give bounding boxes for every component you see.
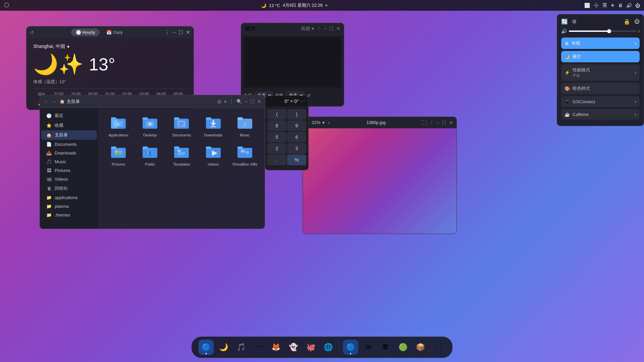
sidebar-item-trash[interactable]: 🗑 回收站	[41, 184, 97, 193]
fm-back-btn[interactable]: ‹	[43, 98, 49, 105]
sidebar-item-applications[interactable]: 📁 applications	[41, 193, 97, 202]
calc-btn-percent[interactable]: %	[287, 155, 306, 165]
tab-daily[interactable]: 📅 Daily	[102, 28, 127, 36]
iv-close-btn[interactable]: ✕	[449, 120, 453, 125]
fm-maximize-btn[interactable]: ☐	[250, 99, 255, 104]
fm-view-btn[interactable]: ⊞	[217, 99, 221, 104]
add-icon[interactable]: ➕	[593, 3, 599, 8]
folder-applications[interactable]: ≡ Applications	[104, 113, 133, 140]
taskbar-sleep-btn[interactable]: 🌙	[216, 340, 231, 355]
monitor-icon[interactable]: 🖥	[618, 3, 623, 8]
sidebar-item-recent[interactable]: 🕐 最近	[41, 111, 97, 120]
calc-btn-dot[interactable]: .	[267, 155, 286, 165]
sidebar-item-pictures[interactable]: 🖼 Pictures	[41, 166, 97, 175]
theme-icon[interactable]: ☀	[610, 3, 615, 8]
qs-nightlight-btn[interactable]: 🌙 夜灯	[561, 51, 640, 62]
da-more-btn[interactable]: ⋮	[317, 26, 321, 32]
calc-btn-8[interactable]: 8	[267, 120, 286, 131]
iv-zoom-dropdown-icon[interactable]: ▾	[322, 120, 325, 125]
caffeine-expand-arrow[interactable]: ›	[635, 112, 636, 117]
folder-templates[interactable]: Templates	[167, 142, 196, 169]
weather-refresh-btn[interactable]: ↺	[30, 30, 34, 35]
fm-close-btn[interactable]: ✕	[257, 99, 261, 104]
qs-gsconnect-btn[interactable]: 📱 GSConnect ›	[561, 96, 640, 107]
folder-videos[interactable]: Videos	[199, 142, 228, 169]
taskbar-firefox-btn[interactable]: 🦊	[268, 340, 284, 355]
folder-documents[interactable]: Documents	[167, 113, 196, 140]
weather-maximize-btn[interactable]: ☐	[178, 29, 183, 36]
taskbar-inkscape-btn[interactable]: 👻	[286, 340, 301, 355]
taskbar-app-grid-btn[interactable]: ⋮⋮	[430, 340, 446, 355]
lang-indicator[interactable]: 英	[602, 2, 607, 8]
drawing-canvas[interactable]	[244, 37, 341, 87]
fm-forward-btn[interactable]: ›	[52, 98, 57, 105]
qs-volume-expand-btn[interactable]: ›	[638, 28, 640, 34]
calc-btn-5[interactable]: 5	[267, 132, 286, 142]
iv-fullscreen-btn[interactable]: ⛶	[422, 120, 427, 125]
calc-btn-9[interactable]: 9	[287, 120, 306, 131]
taskbar-wave-btn[interactable]: 〰	[251, 340, 266, 355]
sidebar-item-bookmarks[interactable]: ⭐ 收藏	[41, 121, 97, 130]
qs-caffeine-btn[interactable]: ☕ Caffeine ›	[561, 109, 640, 120]
folder-desktop[interactable]: Desktop	[136, 113, 164, 140]
qs-lock-icon[interactable]: 🔒	[624, 18, 630, 25]
calc-btn-open-paren[interactable]: (	[267, 109, 286, 120]
wired-expand-arrow[interactable]: ›	[635, 41, 636, 46]
weather-location[interactable]: Shanghai, 中国 ▾	[33, 44, 187, 50]
power-icon[interactable]: ⏻	[635, 3, 640, 8]
folder-music[interactable]: ♪ Music	[230, 113, 259, 140]
fm-search-btn[interactable]: 🔍	[236, 99, 242, 104]
sidebar-item-plasma[interactable]: 📁 plasma	[41, 202, 97, 210]
fm-view-arrow-btn[interactable]: ▾	[224, 99, 226, 104]
sidebar-item-downloads[interactable]: 📥 Downloads	[41, 149, 97, 157]
folder-virtualbox[interactable]: VirtualBox VMs	[230, 142, 259, 169]
qs-wired-btn[interactable]: 🖥 有线 ›	[561, 38, 640, 49]
folder-downloads[interactable]: Downloads	[199, 113, 228, 140]
iv-maximize-btn[interactable]: ☐	[442, 120, 446, 125]
taskbar-mail-btn[interactable]: ✉	[361, 340, 376, 355]
weather-close-btn[interactable]: ✕	[186, 29, 190, 36]
sidebar-item-videos[interactable]: 📹 Videos	[41, 175, 97, 183]
da-menu-btn[interactable]: 高级 ▾	[301, 26, 314, 32]
qs-volume-icon[interactable]: 🔊	[561, 28, 567, 34]
qs-volume-slider[interactable]	[569, 31, 636, 32]
sidebar-item-music[interactable]: 🎵 Music	[41, 158, 97, 166]
iv-menu-btn[interactable]: ⋮	[429, 120, 434, 125]
sidebar-item-documents[interactable]: 📄 Documents	[41, 140, 97, 148]
da-maximize-btn[interactable]: ☐	[329, 26, 334, 32]
taskbar-audio-btn[interactable]: 🎵	[233, 340, 249, 355]
taskbar-files-btn[interactable]: 🔵	[199, 340, 214, 355]
sidebar-item-themes[interactable]: 📁 .themes	[41, 211, 97, 219]
taskbar-tools-btn[interactable]: 🛠	[378, 340, 393, 355]
iv-zoom-in-btn[interactable]: +	[327, 120, 330, 125]
taskbar-edge-btn[interactable]: 🌐	[321, 340, 336, 355]
performance-expand-arrow[interactable]: ›	[635, 70, 636, 75]
calc-btn-2[interactable]: 2	[267, 143, 286, 154]
taskbar-discover-btn[interactable]: 📦	[413, 340, 428, 355]
taskbar-nemo-btn[interactable]: 🔵	[343, 340, 359, 355]
taskbar-spotify-btn[interactable]: 🟢	[395, 340, 411, 355]
calc-more-btn[interactable]: ⋯	[300, 99, 305, 104]
qs-darkmode-btn[interactable]: 🎨 暗色样式	[561, 83, 640, 94]
qs-refresh-icon[interactable]: 🔄	[561, 18, 568, 25]
window-icon[interactable]: ⬜	[584, 3, 590, 8]
folder-public[interactable]: 👤 Public	[136, 142, 164, 169]
calc-btn-3[interactable]: 3	[287, 143, 306, 154]
folder-pictures[interactable]: Pictures	[104, 142, 133, 169]
qs-power-icon[interactable]: ⏻	[634, 18, 640, 25]
sidebar-item-home[interactable]: 🏠 主目录	[41, 130, 97, 140]
da-close-btn[interactable]: ✕	[336, 26, 340, 32]
qs-performance-btn[interactable]: ⚡ 性能模式 平衡 ›	[561, 64, 640, 81]
fm-minimize-btn[interactable]: −	[245, 99, 248, 104]
taskbar-github-btn[interactable]: 🐙	[303, 340, 319, 355]
tab-hourly[interactable]: 🕐 Hourly	[71, 28, 100, 36]
da-minimize-btn[interactable]: −	[324, 26, 327, 32]
volume-icon[interactable]: 🔊	[626, 3, 632, 8]
fm-menu-btn[interactable]: ⋮	[229, 99, 234, 104]
calc-btn-6[interactable]: 6	[287, 132, 306, 142]
iv-minimize-btn[interactable]: −	[437, 120, 439, 125]
weather-minimize-btn[interactable]: −	[173, 29, 176, 36]
weather-menu-btn[interactable]: ⋮	[165, 29, 170, 36]
gsconnect-expand-arrow[interactable]: ›	[635, 99, 636, 104]
calc-btn-close-paren[interactable]: )	[287, 109, 306, 120]
